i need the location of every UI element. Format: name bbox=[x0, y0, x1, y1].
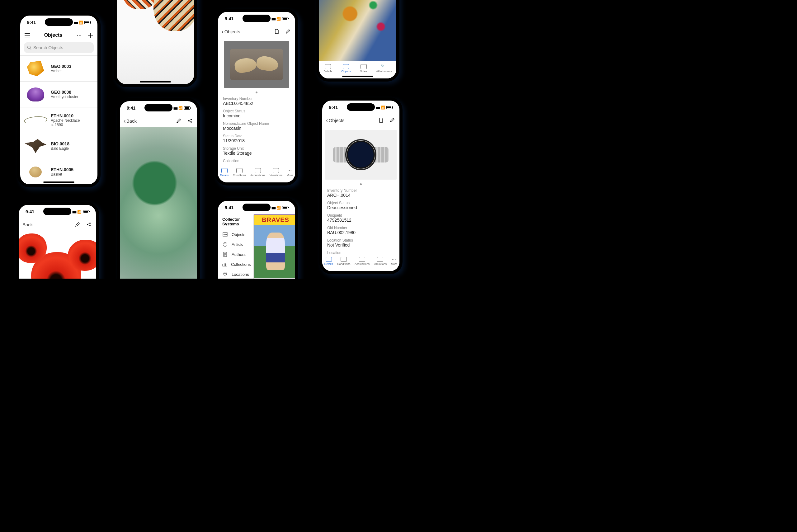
document-icon[interactable] bbox=[378, 117, 384, 124]
poppies-image[interactable] bbox=[19, 230, 96, 279]
field-label: Inventory Number bbox=[223, 96, 290, 101]
tab-conditions[interactable]: Conditions bbox=[233, 168, 246, 177]
status-time: 9:41 bbox=[329, 105, 338, 110]
tab-objects[interactable]: Objects bbox=[341, 64, 351, 73]
more-icon[interactable]: ⋯ bbox=[76, 32, 82, 39]
battery-icon bbox=[282, 206, 288, 209]
share-icon[interactable] bbox=[187, 117, 193, 124]
moccasin-image bbox=[230, 49, 283, 80]
field-value: BAU.002.1980 bbox=[327, 230, 395, 235]
field-label: Inventory Number bbox=[327, 188, 395, 193]
signal-icon bbox=[74, 20, 77, 24]
menu-item-authors[interactable]: Authors bbox=[218, 249, 253, 259]
list-item[interactable]: GEO.0003 Amber bbox=[20, 56, 97, 81]
hero-image[interactable] bbox=[325, 130, 397, 179]
back-button[interactable]: ‹ Objects bbox=[222, 28, 240, 35]
thumbnail-amethyst bbox=[27, 88, 44, 101]
tab-details[interactable]: Details bbox=[324, 257, 333, 266]
pager-dot bbox=[255, 92, 258, 93]
back-label: Back bbox=[22, 222, 33, 227]
back-label: Back bbox=[127, 118, 137, 124]
signal-icon bbox=[376, 105, 380, 110]
crystal-image[interactable] bbox=[120, 127, 197, 279]
document-icon[interactable] bbox=[273, 28, 280, 35]
edit-icon[interactable] bbox=[74, 221, 81, 228]
list-item[interactable]: BIO.0018 Bald Eagle bbox=[20, 133, 97, 159]
list-item[interactable]: GEO.0008 Amethyst cluster bbox=[20, 81, 97, 108]
tab-details[interactable]: Details bbox=[220, 168, 229, 177]
details-icon bbox=[325, 64, 331, 69]
list-item[interactable]: ETHN.0010 Apache Necklace c. 1890 bbox=[20, 108, 97, 133]
menu-item-objects[interactable]: Objects bbox=[218, 229, 253, 240]
item-name: Amber bbox=[51, 69, 71, 73]
menu-title: Collector Systems bbox=[218, 214, 253, 229]
notch bbox=[45, 18, 73, 26]
tab-notes[interactable]: Notes bbox=[360, 64, 367, 73]
location-icon bbox=[222, 271, 228, 277]
phone-moccasin-detail: 9:41 ‹ Objects Inventory NumberABCD.6454… bbox=[215, 9, 298, 186]
tab-more[interactable]: ⋯More bbox=[287, 168, 293, 177]
phone-sidemenu: 9:41 Collector Systems Objects Artists A… bbox=[215, 198, 298, 279]
pager-dot bbox=[360, 183, 362, 185]
menu-item-collections[interactable]: Collections bbox=[218, 259, 253, 269]
menu-item-artists[interactable]: Artists bbox=[218, 240, 253, 249]
field-value: Incoming bbox=[223, 113, 290, 118]
notch bbox=[145, 104, 172, 111]
hero-image[interactable] bbox=[224, 41, 289, 88]
more-icon: ⋯ bbox=[287, 168, 292, 173]
svg-point-0 bbox=[28, 46, 31, 49]
tab-valuations[interactable]: Valuations bbox=[374, 257, 387, 266]
battery-icon bbox=[83, 210, 89, 213]
tab-attachments[interactable]: 📎Attachments bbox=[376, 64, 392, 73]
pottery-image[interactable] bbox=[117, 0, 194, 84]
chevron-left-icon: ‹ bbox=[326, 117, 328, 124]
svg-point-11 bbox=[226, 243, 226, 244]
valuations-icon bbox=[273, 168, 279, 173]
tab-valuations[interactable]: Valuations bbox=[270, 168, 282, 177]
menu-item-locations[interactable]: Locations bbox=[218, 269, 253, 279]
objects-icon bbox=[343, 64, 349, 69]
field-value: Textile Storage bbox=[223, 151, 290, 156]
status-time: 9:41 bbox=[127, 106, 135, 111]
share-icon[interactable] bbox=[85, 221, 92, 228]
search-icon bbox=[27, 45, 32, 50]
image-icon bbox=[222, 232, 228, 237]
menu-icon[interactable] bbox=[24, 32, 31, 39]
edit-icon[interactable] bbox=[389, 117, 396, 124]
back-button[interactable]: ‹ Objects bbox=[326, 117, 345, 124]
tab-conditions[interactable]: Conditions bbox=[337, 257, 350, 266]
wifi-icon bbox=[277, 17, 281, 21]
search-input[interactable]: Search Objects bbox=[24, 42, 94, 53]
pottery-vessel-2 bbox=[153, 0, 197, 31]
thumbnail-necklace bbox=[24, 115, 48, 125]
signal-icon bbox=[72, 209, 76, 214]
navbar: Back bbox=[19, 218, 96, 230]
conditions-icon bbox=[341, 257, 347, 262]
tab-acquisitions[interactable]: Acquisitions bbox=[250, 168, 265, 177]
dragon-image[interactable] bbox=[319, 0, 396, 61]
baseball-card[interactable]: BRAVES Pitcher bbox=[254, 214, 297, 279]
add-icon[interactable] bbox=[87, 32, 94, 39]
tab-bar: Details Conditions Acquisitions Valuatio… bbox=[322, 254, 399, 271]
item-id: ETHN.0005 bbox=[51, 167, 74, 172]
edit-icon[interactable] bbox=[175, 117, 182, 124]
valuations-icon bbox=[377, 257, 383, 262]
tab-details[interactable]: Details bbox=[324, 64, 333, 73]
svg-point-6 bbox=[89, 225, 91, 226]
edit-icon[interactable] bbox=[285, 28, 291, 35]
tab-more[interactable]: ⋯More bbox=[391, 257, 398, 266]
list-item[interactable]: ETHN.0005 Basket bbox=[20, 159, 97, 185]
item-name: Amethyst cluster bbox=[51, 95, 78, 99]
field-value: Not Verified bbox=[327, 243, 395, 247]
wifi-icon bbox=[277, 206, 281, 210]
tab-acquisitions[interactable]: Acquisitions bbox=[355, 257, 369, 266]
svg-point-4 bbox=[87, 224, 88, 225]
back-button[interactable]: Back bbox=[22, 222, 33, 227]
svg-point-1 bbox=[188, 120, 189, 121]
field-value: ABCD.6454852 bbox=[223, 101, 290, 106]
item-name: Apache Necklace bbox=[51, 118, 80, 122]
item-date: c. 1890 bbox=[51, 122, 80, 127]
back-button[interactable]: ‹ Back bbox=[124, 117, 137, 125]
battery-icon bbox=[282, 17, 288, 20]
search-placeholder: Search Objects bbox=[33, 45, 63, 50]
